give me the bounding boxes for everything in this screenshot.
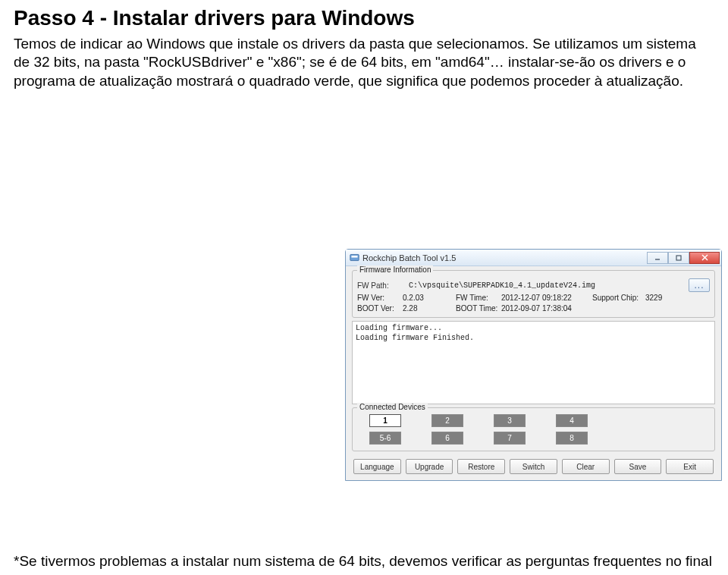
device-row-2: 5-6 6 7 8 bbox=[357, 429, 710, 446]
app-window: Rockchip Batch Tool v1.5 Firmware Inform… bbox=[345, 249, 722, 481]
save-button[interactable]: Save bbox=[614, 459, 662, 474]
log-line: Loading firmware... bbox=[356, 324, 711, 334]
support-chip-label: Support Chip: bbox=[592, 294, 645, 302]
svg-rect-3 bbox=[676, 256, 681, 260]
boot-ver-label: BOOT Ver: bbox=[357, 304, 403, 313]
device-slot-5[interactable]: 5-6 bbox=[369, 432, 401, 445]
fw-time-value: 2012-12-07 09:18:22 bbox=[501, 294, 592, 302]
maximize-button[interactable] bbox=[668, 252, 689, 264]
device-slot-7[interactable]: 7 bbox=[494, 432, 526, 445]
browse-button[interactable]: ... bbox=[689, 278, 710, 292]
clear-button[interactable]: Clear bbox=[562, 459, 610, 474]
fw-path-label: FW Path: bbox=[357, 281, 397, 290]
close-button[interactable] bbox=[689, 252, 720, 264]
log-line: Loading firmware Finished. bbox=[356, 334, 711, 344]
app-icon bbox=[350, 253, 359, 262]
switch-button[interactable]: Switch bbox=[510, 459, 557, 474]
screenshot-container: Rockchip Batch Tool v1.5 Firmware Inform… bbox=[345, 249, 722, 481]
boot-time-value: 2012-09-07 17:38:04 bbox=[501, 304, 592, 313]
boot-ver-value: 2.28 bbox=[403, 304, 456, 313]
window-title: Rockchip Batch Tool v1.5 bbox=[362, 253, 647, 262]
minimize-button[interactable] bbox=[647, 252, 668, 264]
device-slot-1[interactable]: 1 bbox=[369, 414, 401, 427]
device-slot-8[interactable]: 8 bbox=[556, 432, 588, 445]
firmware-info-group: Firmware Information FW Path: C:\vpsquit… bbox=[352, 270, 715, 318]
device-slot-2[interactable]: 2 bbox=[431, 414, 463, 427]
window-controls bbox=[647, 252, 720, 264]
button-row: Language Upgrade Restore Switch Clear Sa… bbox=[352, 454, 715, 474]
upgrade-button[interactable]: Upgrade bbox=[406, 459, 453, 474]
restore-button[interactable]: Restore bbox=[457, 459, 505, 474]
instruction-paragraph: Temos de indicar ao Windows que instale … bbox=[14, 35, 714, 90]
fw-time-label: FW Time: bbox=[456, 294, 501, 302]
exit-button[interactable]: Exit bbox=[666, 459, 714, 474]
boot-time-label: BOOT Time: bbox=[456, 304, 501, 313]
support-chip-value: 3229 bbox=[645, 294, 676, 302]
fw-ver-label: FW Ver: bbox=[357, 294, 403, 302]
fw-ver-value: 0.2.03 bbox=[403, 294, 456, 302]
firmware-group-title: Firmware Information bbox=[357, 266, 433, 274]
svg-rect-1 bbox=[351, 256, 357, 257]
device-slot-3[interactable]: 3 bbox=[494, 414, 526, 427]
fw-path-row: FW Path: C:\vpsquite\SUPERPADK10_4.1_upd… bbox=[357, 278, 710, 292]
device-slot-6[interactable]: 6 bbox=[431, 432, 463, 445]
language-button[interactable]: Language bbox=[353, 459, 401, 474]
connected-group-title: Connected Devices bbox=[357, 403, 428, 411]
page-title: Passo 4 - Instalar drivers para Windows bbox=[14, 6, 714, 30]
firmware-grid: FW Ver: 0.2.03 FW Time: 2012-12-07 09:18… bbox=[357, 294, 710, 313]
connected-devices-group: Connected Devices 1 2 3 4 5-6 6 7 8 bbox=[352, 407, 715, 451]
device-row-1: 1 2 3 4 bbox=[357, 411, 710, 429]
app-body: Firmware Information FW Path: C:\vpsquit… bbox=[346, 266, 721, 480]
fw-path-value: C:\vpsquite\SUPERPADK10_4.1_updateV24.im… bbox=[401, 281, 684, 290]
titlebar: Rockchip Batch Tool v1.5 bbox=[346, 250, 721, 266]
log-area: Loading firmware... Loading firmware Fin… bbox=[352, 321, 715, 404]
device-slot-4[interactable]: 4 bbox=[556, 414, 588, 427]
footer-note: *Se tivermos problemas a instalar num si… bbox=[14, 552, 714, 570]
